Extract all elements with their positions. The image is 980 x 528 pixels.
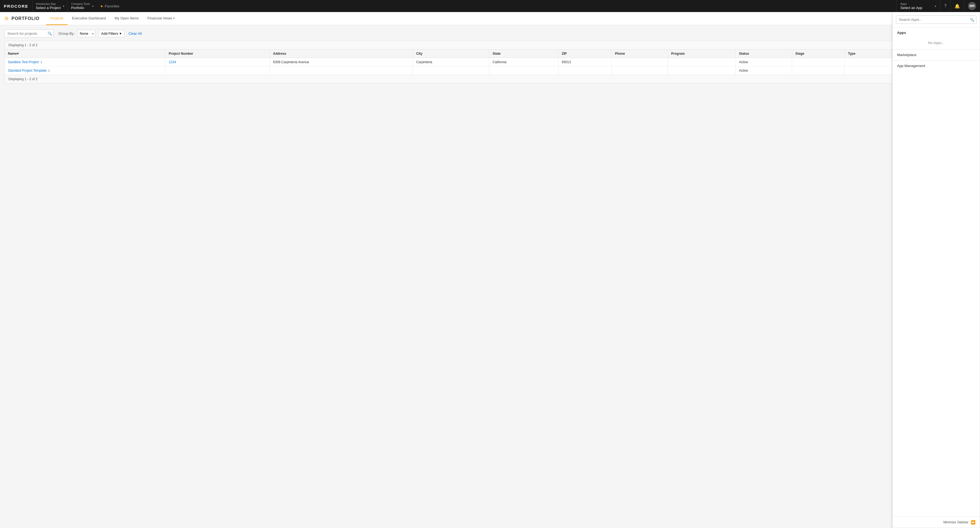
sandbox-project-link[interactable]: Sandbox Test Project: [8, 60, 39, 64]
group-by-dropdown[interactable]: None: [78, 30, 95, 37]
tab-my-open-items[interactable]: My Open Items: [110, 12, 143, 25]
user-menu-button[interactable]: MR: [964, 0, 980, 12]
star-icon: ★: [100, 4, 103, 8]
row2-name: Standard Project Template ℹ: [5, 67, 165, 75]
avatar: MR: [968, 2, 976, 10]
bell-icon: 🔔: [955, 3, 960, 9]
tab-executive-dashboard[interactable]: Executive Dashboard: [68, 12, 110, 25]
col-name: Name▾: [5, 49, 165, 58]
col-address: Address: [270, 49, 413, 58]
standard-template-link[interactable]: Standard Project Template: [8, 69, 46, 73]
row2-zip: [558, 67, 611, 75]
search-icon: 🔍: [48, 32, 52, 35]
minimize-sidebar-label: Minimize Sidebar: [943, 520, 969, 524]
row1-status: Active: [736, 58, 792, 67]
apps-section-header: Apps: [893, 27, 980, 37]
col-city: City: [413, 49, 489, 58]
tab-executive-dashboard-label: Executive Dashboard: [72, 16, 106, 20]
apps-search-input[interactable]: [896, 15, 977, 24]
row2-program: [668, 67, 736, 75]
help-icon: ?: [944, 3, 947, 8]
row1-state: California: [489, 58, 558, 67]
apps-chevron-icon: ▾: [935, 5, 936, 8]
help-button[interactable]: ?: [940, 0, 950, 12]
row1-zip: 93013: [558, 58, 611, 67]
row2-state: [489, 67, 558, 75]
add-filters-button[interactable]: Add Filters ▾: [98, 30, 124, 37]
col-program: Program: [668, 49, 736, 58]
row2-address: [270, 67, 413, 75]
displaying-count-bottom: Displaying 1 - 2 of 2: [5, 75, 975, 83]
clear-all-label: Clear All: [129, 32, 142, 35]
col-zip: ZIP: [558, 49, 611, 58]
table-row: Sandbox Test Project ℹ 1234 6309 Carpint…: [5, 58, 975, 67]
standard-info-icon[interactable]: ℹ: [48, 69, 49, 72]
company-tools-nav[interactable]: Company Tools Portfolio ▾: [68, 0, 97, 12]
minimize-sidebar-button[interactable]: Minimize Sidebar ⏩: [893, 517, 980, 528]
marketplace-menu-item[interactable]: Marketplace: [893, 49, 980, 60]
intro-app-chevron-icon: ▾: [63, 5, 64, 8]
intro-app-value: Select a Project: [36, 6, 61, 10]
group-by-dropdown-wrapper: None: [78, 30, 95, 37]
row1-project-number: 1234: [165, 58, 269, 67]
marketplace-label: Marketplace: [897, 53, 916, 57]
row2-stage: [792, 67, 845, 75]
row1-name: Sandbox Test Project ℹ: [5, 58, 165, 67]
tab-my-open-items-label: My Open Items: [115, 16, 139, 20]
apps-dropdown-panel: 🔍 Apps No Apps... Marketplace App Manage…: [892, 12, 980, 528]
apps-nav[interactable]: Apps Select an App ▾: [896, 0, 940, 12]
row1-city: Carpinteria: [413, 58, 489, 67]
apps-nav-label: Apps: [900, 2, 933, 6]
logo[interactable]: PROCORE: [0, 0, 32, 12]
tab-financial-views[interactable]: Financial Views ▾: [143, 12, 179, 25]
row2-phone: [611, 67, 668, 75]
favorites-label: Favorites: [105, 4, 119, 8]
company-tools-value: Portfolio: [71, 6, 90, 10]
apps-search-container: 🔍: [893, 12, 980, 27]
table-header-row: Name▾ Project Number Address City State …: [5, 49, 975, 58]
col-stage: Stage: [792, 49, 845, 58]
displaying-count-top: Displaying 1 - 2 of 2: [5, 41, 975, 49]
row2-status: Active: [736, 67, 792, 75]
search-input[interactable]: [5, 30, 54, 38]
tab-projects-label: Projects: [50, 16, 63, 20]
tab-financial-views-label: Financial Views: [148, 16, 172, 20]
col-type: Type: [845, 49, 892, 58]
col-phone: Phone: [611, 49, 668, 58]
toolbar: 🔍 Group By: None Add Filters ▾ Clear All: [5, 30, 975, 38]
sandbox-info-icon[interactable]: ℹ: [41, 60, 42, 64]
table-row: Standard Project Template ℹ Active (edit…: [5, 67, 975, 75]
row1-stage: [792, 58, 845, 67]
app-management-menu-item[interactable]: App Management: [893, 60, 980, 71]
notifications-button[interactable]: 🔔: [950, 0, 964, 12]
clear-all-button[interactable]: Clear All: [127, 30, 143, 37]
col-state: State: [489, 49, 558, 58]
company-tools-chevron-icon: ▾: [92, 5, 94, 8]
main-content: 🔍 Group By: None Add Filters ▾ Clear All…: [0, 25, 980, 528]
row2-type: [845, 67, 892, 75]
sandbox-project-number-link[interactable]: 1234: [169, 60, 176, 64]
company-tools-label: Company Tools: [71, 2, 90, 6]
intro-app-label: Introductory App: [36, 2, 61, 6]
search-container: 🔍: [5, 30, 54, 38]
favorites-section[interactable]: ★ Favorites: [97, 0, 123, 12]
row2-project-number: [165, 67, 269, 75]
introductory-app-nav[interactable]: Introductory App Select a Project ▾: [32, 0, 68, 12]
portfolio-nav: ⚙ PORTFOLIO Projects Executive Dashboard…: [0, 12, 980, 25]
app-management-label: App Management: [897, 64, 925, 68]
top-nav: PROCORE Introductory App Select a Projec…: [0, 0, 980, 12]
financial-views-chevron-icon: ▾: [173, 17, 175, 20]
minimize-sidebar-icon: ⏩: [971, 520, 975, 525]
row2-city: [413, 67, 489, 75]
col-status: Status: [736, 49, 792, 58]
search-button[interactable]: 🔍: [48, 32, 52, 35]
sort-icon: ▾: [17, 52, 19, 56]
portfolio-icon: ⚙: [5, 16, 9, 22]
tab-projects[interactable]: Projects: [46, 12, 68, 25]
row1-phone: [611, 58, 668, 67]
row1-type: [845, 58, 892, 67]
logo-text: PROCORE: [4, 4, 29, 8]
projects-table-container: Displaying 1 - 2 of 2 Name▾ Project Numb…: [5, 41, 975, 83]
portfolio-title: PORTFOLIO: [11, 16, 40, 21]
apps-search-icon: 🔍: [970, 17, 974, 22]
